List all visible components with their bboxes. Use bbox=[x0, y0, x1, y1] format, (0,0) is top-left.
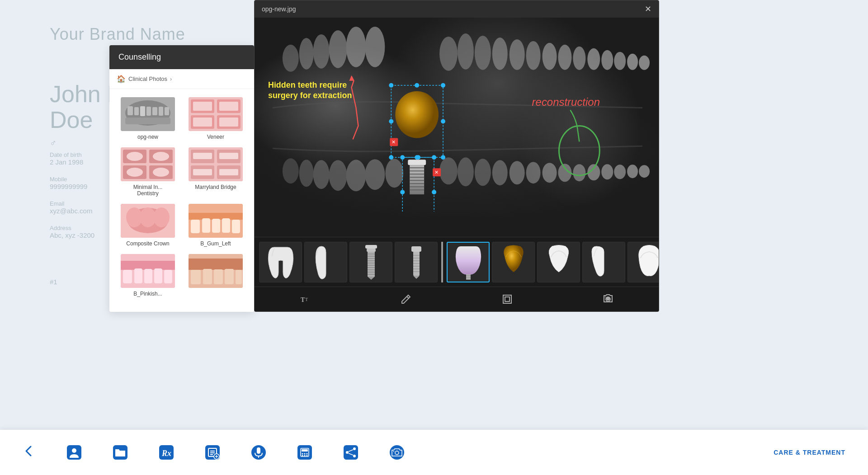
svg-rect-54 bbox=[154, 268, 162, 283]
svg-rect-50 bbox=[121, 261, 175, 270]
gallery-item-veneer[interactable]: Veneer bbox=[182, 94, 250, 144]
svg-rect-52 bbox=[134, 268, 142, 283]
svg-rect-57 bbox=[189, 259, 243, 270]
brand-name: Your Brand Name bbox=[50, 25, 185, 44]
nav-item-rx[interactable]: Rx bbox=[159, 445, 174, 460]
gender-icon: ♂ bbox=[50, 138, 57, 148]
gallery-item-opg[interactable]: opg-new bbox=[114, 94, 182, 144]
svg-rect-16 bbox=[219, 102, 238, 111]
viewer-title: opg-new.jpg bbox=[262, 5, 296, 13]
counselling-header: Counselling bbox=[109, 45, 254, 69]
gallery-item-extra[interactable] bbox=[182, 250, 250, 301]
svg-rect-61 bbox=[225, 269, 234, 284]
nav-item-share[interactable] bbox=[344, 445, 358, 460]
nav-item-calculator[interactable] bbox=[297, 445, 312, 460]
svg-text:T: T bbox=[301, 296, 305, 303]
gallery-item-bpink[interactable]: B_Pinkish... bbox=[114, 250, 182, 301]
frame-tool-button[interactable] bbox=[493, 290, 522, 308]
svg-rect-142 bbox=[365, 245, 377, 249]
svg-rect-143 bbox=[367, 249, 376, 252]
gallery-item-maryland[interactable]: Marryland Bridge bbox=[182, 144, 250, 200]
svg-rect-5 bbox=[140, 106, 145, 116]
svg-rect-171 bbox=[503, 295, 511, 303]
viewer-image-area[interactable]: Hidden teeth require surgery for extract… bbox=[255, 18, 659, 237]
thumbnail-implant-crown[interactable] bbox=[447, 242, 490, 282]
svg-rect-48 bbox=[232, 220, 240, 233]
svg-rect-194 bbox=[302, 449, 308, 451]
svg-point-177 bbox=[72, 448, 76, 453]
gallery-thumb-veneer bbox=[189, 97, 243, 131]
svg-point-27 bbox=[153, 168, 169, 177]
svg-point-198 bbox=[302, 455, 303, 456]
thumbnail-gold-crown[interactable] bbox=[492, 242, 535, 282]
svg-rect-156 bbox=[411, 246, 421, 252]
nav-items: Rx bbox=[23, 445, 404, 461]
svg-rect-9 bbox=[165, 107, 169, 115]
svg-point-202 bbox=[353, 447, 356, 450]
viewer-modal: opg-new.jpg ✕ bbox=[254, 0, 659, 312]
nav-item-folder[interactable] bbox=[113, 445, 127, 460]
svg-rect-144 bbox=[368, 252, 375, 277]
viewer-toolbar: T T bbox=[255, 287, 659, 311]
gallery-item-composite[interactable]: Composite Crown bbox=[114, 200, 182, 250]
camera-tool-button[interactable] bbox=[594, 290, 623, 308]
svg-rect-7 bbox=[152, 107, 157, 115]
svg-rect-6 bbox=[146, 107, 151, 116]
gallery-label-bpink: B_Pinkish... bbox=[133, 291, 162, 297]
svg-point-25 bbox=[153, 152, 169, 161]
svg-rect-51 bbox=[123, 270, 132, 283]
gallery-item-bgum[interactable]: B_Gum_Left bbox=[182, 200, 250, 250]
svg-rect-59 bbox=[203, 269, 212, 284]
svg-rect-47 bbox=[222, 218, 230, 233]
nav-item-person[interactable] bbox=[67, 445, 81, 460]
svg-rect-44 bbox=[191, 220, 200, 233]
svg-text:T: T bbox=[305, 297, 308, 302]
gallery-label-maryland: Marryland Bridge bbox=[195, 184, 236, 190]
nav-item-camera[interactable] bbox=[390, 445, 404, 460]
svg-point-203 bbox=[346, 451, 349, 454]
thumbnail-implant-full[interactable] bbox=[349, 242, 392, 282]
svg-rect-62 bbox=[236, 270, 242, 284]
svg-rect-4 bbox=[134, 107, 139, 115]
thumbnail-white-molar[interactable] bbox=[627, 242, 659, 282]
gallery-item-minimal[interactable]: Minimal In...Dentistry bbox=[114, 144, 182, 200]
svg-rect-164 bbox=[466, 274, 471, 280]
nav-back-button[interactable] bbox=[23, 445, 35, 461]
thumbnail-2[interactable] bbox=[304, 242, 347, 282]
draw-tool-button[interactable] bbox=[392, 290, 420, 308]
gallery-thumb-composite bbox=[121, 204, 175, 238]
svg-rect-3 bbox=[127, 106, 133, 115]
svg-point-204 bbox=[353, 455, 356, 457]
viewer-close-button[interactable]: ✕ bbox=[645, 5, 651, 13]
svg-line-170 bbox=[407, 296, 409, 298]
thumbnail-white-tooth-2[interactable] bbox=[582, 242, 625, 282]
nav-item-mic[interactable] bbox=[251, 445, 266, 460]
nav-item-notes[interactable] bbox=[205, 445, 220, 460]
svg-point-26 bbox=[127, 168, 143, 177]
care-treatment-label: CARE & TREATMENT bbox=[774, 449, 845, 456]
svg-rect-34 bbox=[219, 153, 238, 159]
gallery-thumb-bgum bbox=[189, 204, 243, 238]
gallery-thumb-maryland bbox=[189, 147, 243, 181]
thumbnail-post[interactable] bbox=[395, 242, 438, 282]
svg-rect-18 bbox=[219, 118, 238, 127]
gallery-thumb-minimal bbox=[121, 147, 175, 181]
svg-point-196 bbox=[304, 453, 306, 455]
text-tool-button[interactable]: T T bbox=[291, 290, 320, 308]
svg-point-199 bbox=[304, 455, 306, 456]
gallery-label-minimal: Minimal In...Dentistry bbox=[133, 184, 163, 197]
svg-point-197 bbox=[307, 453, 308, 455]
gallery-label-opg: opg-new bbox=[137, 134, 158, 140]
thumbnails-strip bbox=[255, 237, 659, 287]
svg-text:Rx: Rx bbox=[161, 449, 171, 458]
svg-rect-36 bbox=[219, 169, 238, 175]
svg-point-209 bbox=[393, 451, 394, 452]
svg-point-195 bbox=[302, 453, 303, 455]
thumbnail-white-crown-1[interactable] bbox=[537, 242, 580, 282]
breadcrumb-arrow-icon: › bbox=[170, 75, 172, 82]
breadcrumb[interactable]: 🏠 Clinical Photos › bbox=[109, 69, 254, 89]
svg-point-174 bbox=[607, 297, 609, 300]
svg-rect-15 bbox=[193, 102, 212, 111]
thumbnail-1[interactable] bbox=[259, 242, 302, 282]
counselling-title: Counselling bbox=[118, 52, 161, 61]
